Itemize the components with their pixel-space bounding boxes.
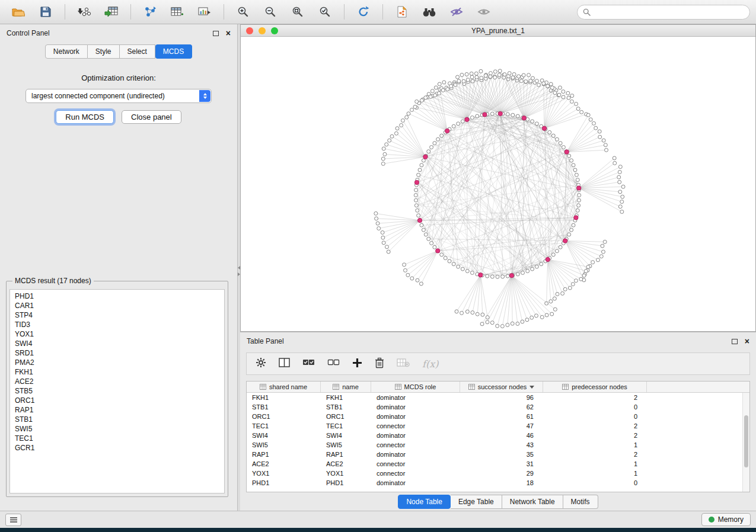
float-panel-icon[interactable] xyxy=(732,339,738,344)
network-canvas[interactable] xyxy=(241,37,755,331)
run-mcds-button[interactable]: Run MCDS xyxy=(56,110,114,124)
table-row[interactable]: ACE2 ACE2 connector 31 1 xyxy=(247,459,742,469)
find-button[interactable] xyxy=(417,2,442,22)
cell-mcds-role[interactable]: dominator xyxy=(371,478,460,488)
cell-mcds-role[interactable]: dominator xyxy=(371,431,460,440)
control-panel-tab[interactable]: Select xyxy=(120,44,155,59)
cell-shared-name[interactable]: RAP1 xyxy=(247,450,321,459)
mcds-result-item[interactable]: STB5 xyxy=(10,386,224,396)
table-row[interactable]: FKH1 FKH1 dominator 96 2 xyxy=(247,393,742,402)
cell-predecessor-nodes[interactable]: 1 xyxy=(543,440,647,450)
cell-shared-name[interactable]: FKH1 xyxy=(247,393,321,402)
mcds-result-item[interactable]: ACE2 xyxy=(10,377,224,386)
mcds-result-item[interactable]: TID3 xyxy=(10,320,224,329)
cell-name[interactable]: FKH1 xyxy=(321,393,371,402)
cell-mcds-role[interactable]: dominator xyxy=(371,393,460,402)
cell-predecessor-nodes[interactable]: 1 xyxy=(543,459,647,469)
table-row[interactable]: STB1 STB1 dominator 62 0 xyxy=(247,402,742,412)
mcds-result-item[interactable]: PMA2 xyxy=(10,358,224,367)
mcds-result-item[interactable]: TEC1 xyxy=(10,434,224,443)
cell-successor-nodes[interactable]: 43 xyxy=(460,440,543,450)
table-scrollbar[interactable] xyxy=(742,393,749,492)
mcds-result-item[interactable]: SRD1 xyxy=(10,348,224,358)
cell-predecessor-nodes[interactable]: 2 xyxy=(543,431,647,440)
memory-button[interactable]: Memory xyxy=(701,513,751,526)
column-header[interactable]: successor nodes xyxy=(460,382,543,392)
hide-details-button[interactable] xyxy=(444,2,469,22)
mcds-result-item[interactable]: ORC1 xyxy=(10,396,224,405)
criterion-dropdown[interactable]: largest connected component (undirected) xyxy=(25,89,212,103)
zoom-fit-button[interactable] xyxy=(285,2,310,22)
column-header[interactable]: shared name xyxy=(247,382,321,392)
cell-mcds-role[interactable]: connector xyxy=(371,440,460,450)
float-panel-icon[interactable] xyxy=(213,31,219,36)
table-row[interactable]: TEC1 TEC1 connector 47 2 xyxy=(247,421,742,431)
new-network-button[interactable] xyxy=(138,2,162,22)
close-panel-icon[interactable]: × xyxy=(226,29,231,37)
mcds-result-item[interactable]: SWI4 xyxy=(10,339,224,348)
cell-shared-name[interactable]: ACE2 xyxy=(247,459,321,469)
cell-predecessor-nodes[interactable]: 2 xyxy=(543,393,647,402)
control-panel-tab[interactable]: Network xyxy=(45,44,88,59)
cell-shared-name[interactable]: SWI5 xyxy=(247,440,321,450)
task-history-button[interactable] xyxy=(5,514,21,526)
select-all-button[interactable] xyxy=(302,358,315,370)
cell-successor-nodes[interactable]: 18 xyxy=(460,478,543,488)
mcds-result-item[interactable]: STB1 xyxy=(10,415,224,424)
control-panel-tab[interactable]: MCDS xyxy=(155,44,192,59)
save-session-button[interactable] xyxy=(33,2,58,22)
cell-predecessor-nodes[interactable]: 1 xyxy=(543,469,647,478)
close-panel-button[interactable]: Close panel xyxy=(122,110,181,124)
cell-mcds-role[interactable]: connector xyxy=(371,421,460,431)
delete-column-button[interactable] xyxy=(375,357,384,371)
cell-name[interactable]: RAP1 xyxy=(321,450,371,459)
cell-shared-name[interactable]: YOX1 xyxy=(247,469,321,478)
maximize-window-icon[interactable] xyxy=(271,27,278,34)
cell-predecessor-nodes[interactable]: 2 xyxy=(543,450,647,459)
show-details-button[interactable] xyxy=(471,2,496,22)
table-tab[interactable]: Motifs xyxy=(563,495,598,509)
cell-shared-name[interactable]: PHD1 xyxy=(247,478,321,488)
cell-mcds-role[interactable]: dominator xyxy=(371,412,460,421)
cell-name[interactable]: STB1 xyxy=(321,402,371,412)
close-window-icon[interactable] xyxy=(246,27,253,34)
mcds-result-list[interactable]: PHD1CAR1STP4TID3YOX1SWI4SRD1PMA2FKH1ACE2… xyxy=(9,289,225,493)
table-row[interactable]: ORC1 ORC1 dominator 61 0 xyxy=(247,412,742,421)
cell-shared-name[interactable]: ORC1 xyxy=(247,412,321,421)
mcds-result-item[interactable]: GCR1 xyxy=(10,443,224,453)
share-document-button[interactable] xyxy=(390,2,414,22)
cell-shared-name[interactable]: TEC1 xyxy=(247,421,321,431)
zoom-selected-button[interactable] xyxy=(312,2,337,22)
table-row[interactable]: SWI4 SWI4 dominator 46 2 xyxy=(247,431,742,440)
deselect-all-button[interactable] xyxy=(327,358,340,370)
add-column-button[interactable] xyxy=(352,358,362,370)
cell-name[interactable]: PHD1 xyxy=(321,478,371,488)
column-header[interactable]: name xyxy=(321,382,371,392)
cell-successor-nodes[interactable]: 46 xyxy=(460,431,543,440)
sort-arrow-icon[interactable] xyxy=(529,386,534,389)
cell-predecessor-nodes[interactable]: 2 xyxy=(543,421,647,431)
table-row[interactable]: PHD1 PHD1 dominator 18 0 xyxy=(247,478,742,488)
cell-name[interactable]: TEC1 xyxy=(321,421,371,431)
mcds-result-item[interactable]: STP4 xyxy=(10,310,224,320)
show-columns-button[interactable] xyxy=(279,358,290,370)
cell-name[interactable]: ORC1 xyxy=(321,412,371,421)
cell-successor-nodes[interactable]: 31 xyxy=(460,459,543,469)
mcds-result-item[interactable]: YOX1 xyxy=(10,329,224,339)
cell-mcds-role[interactable]: connector xyxy=(371,459,460,469)
apply-layout-button[interactable] xyxy=(351,2,376,22)
network-graph[interactable] xyxy=(241,37,755,331)
mcds-result-item[interactable]: FKH1 xyxy=(10,367,224,377)
zoom-out-button[interactable] xyxy=(258,2,283,22)
cell-name[interactable]: SWI4 xyxy=(321,431,371,440)
new-table-button[interactable] xyxy=(165,2,190,22)
cell-mcds-role[interactable]: connector xyxy=(371,469,460,478)
global-search[interactable] xyxy=(577,5,750,20)
table-tab[interactable]: Network Table xyxy=(502,495,563,509)
table-row[interactable]: SWI5 SWI5 connector 43 1 xyxy=(247,440,742,450)
import-table-button[interactable] xyxy=(99,2,124,22)
cell-successor-nodes[interactable]: 61 xyxy=(460,412,543,421)
cell-mcds-role[interactable]: dominator xyxy=(371,450,460,459)
cell-name[interactable]: SWI5 xyxy=(321,440,371,450)
export-image-button[interactable] xyxy=(192,2,217,22)
